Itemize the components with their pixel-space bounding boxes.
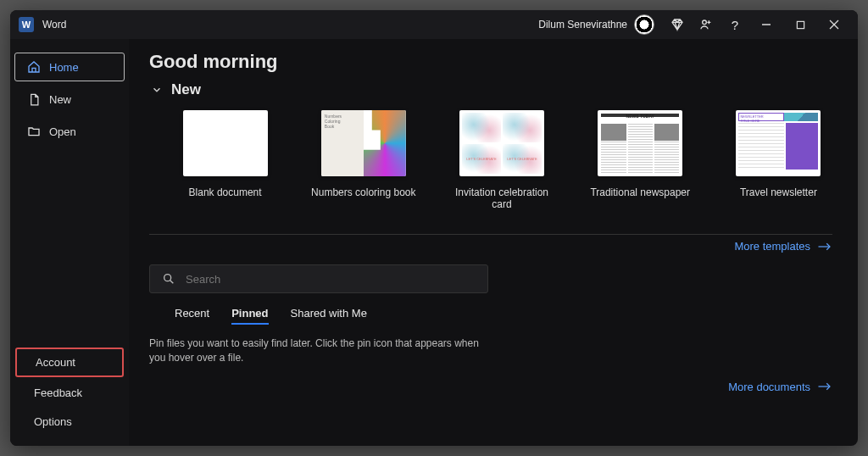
tab-recent[interactable]: Recent (175, 307, 209, 325)
sidebar-item-open[interactable]: Open (15, 118, 124, 145)
file-tabs: Recent Pinned Shared with Me (175, 307, 832, 325)
svg-line-4 (830, 20, 838, 29)
tab-pinned[interactable]: Pinned (231, 307, 268, 325)
template-thumbnail: NumbersColoringBook (321, 110, 406, 176)
main-pane: Good morning New Blank document NumbersC… (129, 39, 858, 446)
app-title: Word (42, 19, 66, 31)
arrow-right-icon (817, 242, 832, 252)
sidebar-item-new[interactable]: New (15, 86, 124, 113)
close-button[interactable] (817, 10, 851, 39)
sidebar-item-feedback[interactable]: Feedback (15, 380, 124, 406)
link-label: More templates (734, 240, 810, 253)
new-section-header[interactable]: New (149, 81, 832, 98)
template-blank-document[interactable]: Blank document (171, 110, 279, 210)
template-numbers-coloring[interactable]: NumbersColoringBook Numbers coloring boo… (309, 110, 417, 210)
arrow-right-icon (817, 381, 832, 392)
template-travel-newsletter[interactable]: NEWSLETTERTITLE HERE Travel newsletter (725, 110, 832, 210)
home-icon (27, 60, 41, 74)
help-icon[interactable]: ? (721, 10, 749, 39)
user-name[interactable]: Dilum Senevirathne (538, 19, 627, 31)
more-templates-link[interactable]: More templates (149, 240, 832, 253)
sidebar-item-label: Options (34, 415, 72, 428)
greeting: Good morning (149, 51, 832, 73)
divider (149, 234, 832, 235)
section-title: New (171, 81, 201, 98)
app-window: W Word Dilum Senevirathne ? Home (10, 10, 858, 446)
search-box[interactable] (149, 264, 488, 293)
titlebar: W Word Dilum Senevirathne ? (10, 10, 858, 39)
svg-point-0 (703, 20, 707, 25)
sidebar-item-label: Feedback (34, 386, 82, 399)
template-traditional-newspaper[interactable]: NEWS TODAY Traditional newspaper (587, 110, 694, 210)
new-file-icon (27, 92, 41, 106)
template-label: Traditional newspaper (590, 186, 690, 198)
search-input[interactable] (186, 273, 476, 286)
tab-shared-with-me[interactable]: Shared with Me (291, 307, 367, 325)
user-avatar[interactable] (634, 14, 654, 35)
sidebar-item-account[interactable]: Account (15, 348, 124, 377)
sidebar-item-options[interactable]: Options (15, 409, 124, 435)
word-app-icon: W (19, 17, 34, 32)
maximize-button[interactable] (783, 10, 817, 39)
template-thumbnail: NEWS TODAY (598, 110, 682, 176)
open-folder-icon (27, 125, 41, 138)
premium-diamond-icon[interactable] (663, 10, 692, 39)
sidebar-item-label: Open (49, 125, 76, 138)
template-label: Blank document (189, 186, 262, 198)
template-thumbnail (183, 110, 268, 176)
template-label: Numbers coloring book (311, 186, 415, 198)
svg-point-6 (164, 275, 171, 281)
sidebar-item-home[interactable]: Home (15, 53, 124, 81)
template-thumbnail: LET'S CELEBRATELET'S CELEBRATE (459, 110, 544, 176)
sidebar-item-label: Home (49, 61, 79, 74)
template-invitation-card[interactable]: LET'S CELEBRATELET'S CELEBRATE Invitatio… (448, 110, 555, 210)
more-documents-link[interactable]: More documents (149, 381, 832, 393)
share-pane-icon[interactable] (692, 10, 721, 39)
svg-line-7 (170, 281, 174, 284)
sidebar-item-label: New (49, 93, 71, 106)
link-label: More documents (728, 381, 810, 393)
template-label: Travel newsletter (740, 186, 817, 198)
template-gallery: Blank document NumbersColoringBook Numbe… (149, 107, 832, 217)
search-icon (162, 272, 175, 286)
template-thumbnail: NEWSLETTERTITLE HERE (736, 110, 821, 176)
sidebar-item-label: Account (36, 356, 75, 369)
pinned-hint: Pin files you want to easily find later.… (149, 336, 488, 365)
minimize-button[interactable] (749, 10, 783, 39)
chevron-down-icon[interactable] (149, 82, 164, 97)
svg-line-3 (830, 20, 838, 29)
svg-rect-2 (797, 21, 804, 28)
sidebar: Home New Open Account Feedback (10, 39, 129, 446)
template-label: Invitation celebration card (448, 186, 555, 210)
